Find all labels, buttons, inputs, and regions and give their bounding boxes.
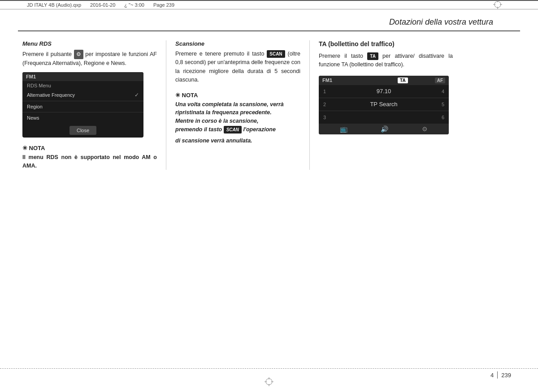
note-scansione-title: ✳ NOTA xyxy=(175,92,300,99)
col-right: TA (bollettino del traffico) Premere il … xyxy=(309,40,453,170)
page-title: Dotazioni della vostra vettura xyxy=(18,9,520,31)
af-badge-screen: AF xyxy=(435,78,445,83)
fm-rds-screen: FM1 RDS Menu Alternative Frequency ✓ Reg… xyxy=(22,72,143,138)
header-page: Page 239 xyxy=(153,2,174,8)
footer-icon-3: ⚙ xyxy=(422,125,428,133)
page-divider xyxy=(497,371,498,379)
ta-badge-screen: TA xyxy=(398,78,408,83)
header-filename: JD ITALY 4B (Audio).qxp xyxy=(27,2,81,8)
ta-screen-title: FM1 xyxy=(322,78,332,83)
page-title-text: Dotazioni della vostra vettura xyxy=(389,17,493,26)
top-bar: JD ITALY 4B (Audio).qxp 2016-01-20 ¿ "~ … xyxy=(0,0,538,9)
fm-menu-item-region[interactable]: Region xyxy=(22,101,143,112)
menu-rds-title: Menu RDS xyxy=(22,40,157,47)
page-num-value: 239 xyxy=(501,372,511,379)
main-content: Menu RDS Premere il pulsante ⚙ per impos… xyxy=(0,31,538,170)
page-footer: 4 239 xyxy=(0,368,538,379)
fm-screen-title: FM1 xyxy=(22,72,143,81)
svg-point-0 xyxy=(495,1,501,8)
header-chars: ¿ "~ 3:00 xyxy=(124,2,144,8)
menu-rds-para: Premere il pulsante ⚙ per impostare le f… xyxy=(22,50,157,68)
scan-badge-2: SCAN xyxy=(224,126,242,134)
ta-row-2-content: TP Search xyxy=(332,101,435,108)
note-rds: ✳ NOTA Il menu RDS non è supportato nel … xyxy=(22,145,157,170)
col-mid: Scansione Premere e tenere premuto il ta… xyxy=(166,40,309,170)
scansione-title: Scansione xyxy=(175,40,300,47)
fm-menu-item-news[interactable]: News xyxy=(22,112,143,123)
note-scansione-line5: di scansione verrà annullata. xyxy=(175,137,300,145)
note-rds-title: ✳ NOTA xyxy=(22,145,157,151)
note-scansione-text: Una volta completata la scansione, verrà… xyxy=(175,100,300,134)
ta-row-3: 3 6 xyxy=(319,111,449,124)
page-number: 4 239 xyxy=(490,371,511,379)
ta-row-1: 1 97.10 4 xyxy=(319,85,449,98)
ta-row-2-num-right: 5 xyxy=(435,98,449,111)
crosshair-bottom xyxy=(265,377,273,388)
ta-row-3-num-right: 6 xyxy=(435,111,449,124)
note-rds-text: Il menu RDS non è supportato nel modo AM… xyxy=(22,153,157,170)
ta-row-3-num-left: 3 xyxy=(319,111,332,124)
ta-badge-inline: TA xyxy=(367,52,378,60)
ta-screen-footer: 📺 🔊 ⚙ xyxy=(319,124,449,134)
footer-icon-1: 📺 xyxy=(340,125,347,133)
scan-badge-1: SCAN xyxy=(267,50,285,58)
page-section: 4 xyxy=(490,372,494,379)
svg-point-5 xyxy=(266,379,272,385)
footer-icon-2: 🔊 xyxy=(381,125,388,133)
checkmark-af: ✓ xyxy=(134,92,139,98)
ta-row-2-num-left: 2 xyxy=(319,98,332,111)
ta-para: Premere il tasto TA per attivare/ disatt… xyxy=(319,52,453,69)
fm-close-button[interactable]: Close xyxy=(69,126,96,135)
ta-screen-header: FM1 TA AF xyxy=(319,76,449,85)
note-scansione: ✳ NOTA Una volta completata la scansione… xyxy=(175,92,300,145)
ta-row-1-num-right: 4 xyxy=(435,85,449,98)
scansione-para: Premere e tenere premuto il tasto SCAN (… xyxy=(175,50,300,85)
ta-row-2: 2 TP Search 5 xyxy=(319,98,449,111)
ta-row-1-content: 97.10 xyxy=(332,88,435,95)
col-left: Menu RDS Premere il pulsante ⚙ per impos… xyxy=(22,40,166,170)
crosshair-top-right xyxy=(493,0,502,10)
ta-screen-body: 1 97.10 4 2 TP Search 5 3 6 xyxy=(319,85,449,124)
fm-menu-item-af[interactable]: Alternative Frequency ✓ xyxy=(22,89,143,101)
header-date: 2016-01-20 xyxy=(90,2,115,8)
ta-screen: FM1 TA AF 1 97.10 4 2 TP Search 5 xyxy=(319,76,449,134)
rds-menu-label: RDS Menu xyxy=(22,81,143,89)
ta-row-1-num-left: 1 xyxy=(319,85,332,98)
ta-title: TA (bollettino del traffico) xyxy=(319,40,453,47)
gear-icon: ⚙ xyxy=(74,50,83,59)
